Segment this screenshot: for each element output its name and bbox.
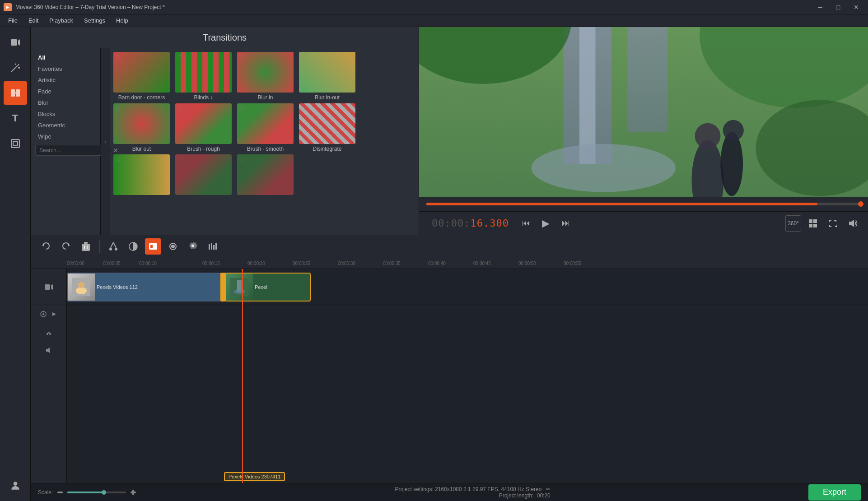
thumb-brush-smooth[interactable]: ♡ Brush - smooth xyxy=(237,103,294,153)
export-frame-button[interactable] xyxy=(805,215,821,232)
scale-min-icon xyxy=(56,489,64,496)
category-artistic[interactable]: Artistic xyxy=(31,74,100,86)
music-track-control xyxy=(31,323,66,341)
thumb-barn-door[interactable]: ♡ Barn door - corners xyxy=(113,52,170,102)
record-button[interactable] xyxy=(165,238,181,255)
category-geometric[interactable]: Geometric xyxy=(31,120,100,131)
thumb-blur-out[interactable]: ♡ Blur out xyxy=(113,103,170,153)
clip-pexels-112[interactable]: Pexels Videos 112 xyxy=(67,273,221,302)
svg-point-52 xyxy=(42,313,44,315)
color-correction-button[interactable] xyxy=(125,238,141,255)
prev-button[interactable]: ⏮ xyxy=(518,215,534,232)
project-length-row: Project length: 00:20 xyxy=(395,492,551,499)
svg-point-18 xyxy=(720,132,743,196)
favorite-icon[interactable]: ♡ xyxy=(177,156,183,163)
collapse-button[interactable]: ‹ xyxy=(101,48,110,235)
fullscreen-button[interactable] xyxy=(825,215,841,232)
undo-button[interactable] xyxy=(38,238,54,255)
thumb-blur-inout[interactable]: ♡ Blur in-out xyxy=(299,52,355,102)
favorite-icon[interactable]: ♡ xyxy=(115,105,121,112)
favorite-icon[interactable]: ♡ xyxy=(177,54,183,61)
maximize-button[interactable]: □ xyxy=(830,1,846,14)
svg-rect-45 xyxy=(209,244,210,250)
favorite-icon[interactable]: ♡ xyxy=(177,105,183,112)
thumb-partial-2[interactable]: ♡ xyxy=(175,154,232,195)
text-tool-button[interactable]: T xyxy=(4,107,27,130)
favorite-icon[interactable]: ♡ xyxy=(239,54,245,61)
svg-rect-5 xyxy=(11,89,15,97)
settings-button[interactable] xyxy=(185,238,201,255)
thumb-brush-rough-label: Brush - rough xyxy=(175,146,232,153)
window-title: Movavi 360 Video Editor – 7-Day Trial Ve… xyxy=(15,4,165,10)
menu-settings[interactable]: Settings xyxy=(79,16,110,25)
content-area: Transitions All Favorites Artistic Fade … xyxy=(31,27,868,501)
transition-marker[interactable] xyxy=(220,273,226,302)
favorite-icon[interactable]: ♡ xyxy=(239,156,245,163)
search-input[interactable] xyxy=(35,145,111,156)
thumb-blur-inout-label: Blur in-out xyxy=(299,94,355,102)
thumb-blinds[interactable]: ♡ Blinds ↓ xyxy=(175,52,232,102)
edit-settings-icon[interactable]: ✏ xyxy=(546,486,551,492)
menu-edit[interactable]: Edit xyxy=(24,16,43,25)
menu-file[interactable]: File xyxy=(4,16,22,25)
thumb-blur-out-img: ♡ xyxy=(113,103,170,144)
avatar-tool-button[interactable] xyxy=(4,474,27,497)
clip-pexels-2307411[interactable]: Pexel xyxy=(225,273,311,302)
next-button[interactable]: ⏭ xyxy=(558,215,574,232)
favorite-icon[interactable]: ♡ xyxy=(115,54,121,61)
360-button[interactable]: 360° xyxy=(785,215,801,232)
filters-button[interactable] xyxy=(145,238,161,255)
favorite-icon[interactable]: ♡ xyxy=(239,105,245,112)
category-favorites[interactable]: Favorites xyxy=(31,63,100,74)
scale-area: Scale: xyxy=(38,489,137,496)
category-blur[interactable]: Blur xyxy=(31,97,100,108)
category-blocks[interactable]: Blocks xyxy=(31,108,100,120)
time-display: 00:00:16.300 xyxy=(432,218,509,229)
video-tool-button[interactable] xyxy=(4,31,27,54)
thumbnail-row-0: ♡ Barn door - corners ♡ Blinds ↓ xyxy=(113,52,415,102)
volume-button[interactable] xyxy=(845,215,861,232)
magic-tool-button[interactable] xyxy=(4,56,27,79)
favorite-icon[interactable]: ♡ xyxy=(301,54,307,61)
thumb-partial-2-img: ♡ xyxy=(175,154,232,195)
svg-rect-26 xyxy=(813,224,817,227)
export-button[interactable]: Export xyxy=(808,484,861,501)
favorite-icon[interactable]: ♡ xyxy=(301,105,307,112)
playback-progress-bar[interactable] xyxy=(419,197,868,211)
audio-equalizer-button[interactable] xyxy=(205,238,221,255)
play-button[interactable]: ▶ xyxy=(538,215,554,232)
category-all[interactable]: All xyxy=(31,52,100,63)
cut-button[interactable] xyxy=(105,238,121,255)
progress-bar[interactable] xyxy=(426,203,861,205)
window-controls: ─ □ ✕ xyxy=(812,1,864,14)
redo-button[interactable] xyxy=(58,238,74,255)
menu-help[interactable]: Help xyxy=(112,16,133,25)
svg-rect-25 xyxy=(809,224,812,227)
delete-button[interactable] xyxy=(78,238,94,255)
transitions-tool-button[interactable] xyxy=(4,81,27,105)
scale-slider[interactable] xyxy=(67,492,126,493)
overlay-tool-button[interactable] xyxy=(4,132,27,155)
minimize-button[interactable]: ─ xyxy=(812,1,828,14)
menu-playback[interactable]: Playback xyxy=(45,16,78,25)
thumb-disintegrate[interactable]: ♡ Disintegrate xyxy=(299,103,355,153)
thumb-barn-door-img: ♡ xyxy=(113,52,170,93)
svg-rect-0 xyxy=(11,39,17,46)
category-wipe[interactable]: Wipe xyxy=(31,131,100,142)
close-button[interactable]: ✕ xyxy=(848,1,864,14)
svg-rect-40 xyxy=(150,245,153,248)
category-fade[interactable]: Fade xyxy=(31,86,100,97)
svg-rect-24 xyxy=(813,219,817,223)
thumb-blur-in[interactable]: ♡ Blur in xyxy=(237,52,294,102)
preview-image xyxy=(419,27,868,197)
thumb-brush-rough[interactable]: ♡ Brush - rough xyxy=(175,103,232,153)
thumb-partial-3[interactable]: ♡ xyxy=(237,154,294,195)
favorite-icon[interactable]: ♡ xyxy=(115,156,121,163)
timeline-tracks: Pexels Videos 112 Pexel xyxy=(31,269,868,483)
progress-thumb xyxy=(858,201,863,207)
selected-clip-overlay[interactable]: Pexels Videos 2307411 xyxy=(224,472,285,481)
scale-max-icon xyxy=(130,489,137,496)
transitions-panel: Transitions All Favorites Artistic Fade … xyxy=(31,27,419,235)
svg-marker-29 xyxy=(67,245,70,246)
thumb-partial-1[interactable]: ♡ xyxy=(113,154,170,195)
